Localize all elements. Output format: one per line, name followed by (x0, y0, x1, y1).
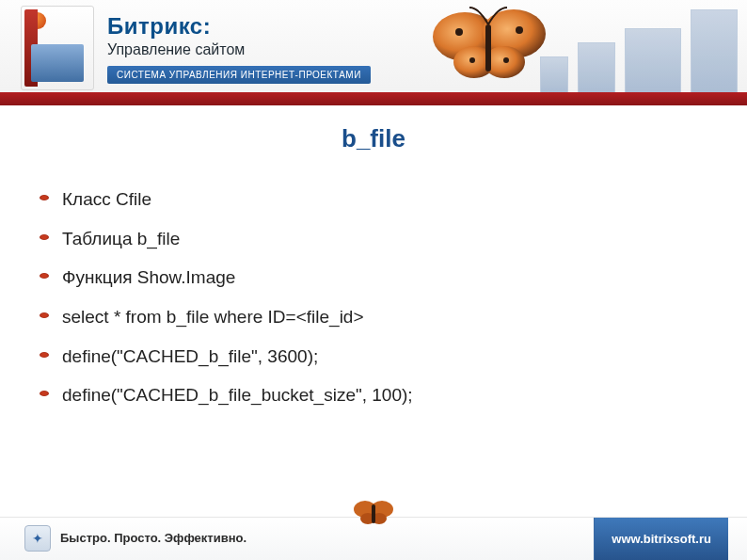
brand-block: Битрикс: Управление сайтом (107, 13, 245, 58)
product-box-art (21, 6, 94, 90)
footer-logo-icon (24, 525, 51, 552)
list-item: define("CACHED_b_file", 3600); (38, 337, 709, 376)
list-item: define("CACHED_b_file_bucket_size", 100)… (38, 376, 709, 415)
header-tagline: СИСТЕМА УПРАВЛЕНИЯ ИНТЕРНЕТ-ПРОЕКТАМИ (107, 66, 371, 84)
slide-footer: Быстро. Просто. Эффективно. www.bitrixso… (0, 517, 747, 560)
slide-header: Битрикс: Управление сайтом СИСТЕМА УПРАВ… (0, 0, 747, 94)
butterfly-icon (427, 4, 549, 88)
svg-rect-13 (372, 504, 375, 523)
slide-title: b_file (38, 124, 709, 153)
slide: Битрикс: Управление сайтом СИСТЕМА УПРАВ… (0, 0, 747, 560)
svg-point-7 (469, 57, 475, 63)
list-item: select * from b_file where ID=<file_id> (38, 297, 709, 337)
list-item: Таблица b_file (38, 219, 709, 259)
svg-point-6 (516, 26, 523, 34)
header-red-band (0, 94, 747, 107)
svg-point-8 (503, 57, 509, 63)
bullet-list: Класс Cfile Таблица b_file Функция Show.… (38, 180, 709, 415)
footer-slogan: Быстро. Просто. Эффективно. (60, 531, 246, 545)
svg-point-5 (455, 28, 463, 36)
svg-rect-4 (485, 24, 491, 72)
footer-site-link[interactable]: www.bitrixsoft.ru (594, 518, 728, 560)
slide-content: b_file Класс Cfile Таблица b_file Функци… (0, 119, 747, 517)
brand-subtitle: Управление сайтом (107, 41, 245, 58)
list-item: Класс Cfile (38, 180, 709, 219)
butterfly-small-icon (352, 498, 395, 528)
list-item: Функция Show.Image (38, 258, 709, 297)
brand-name: Битрикс: (107, 13, 245, 40)
